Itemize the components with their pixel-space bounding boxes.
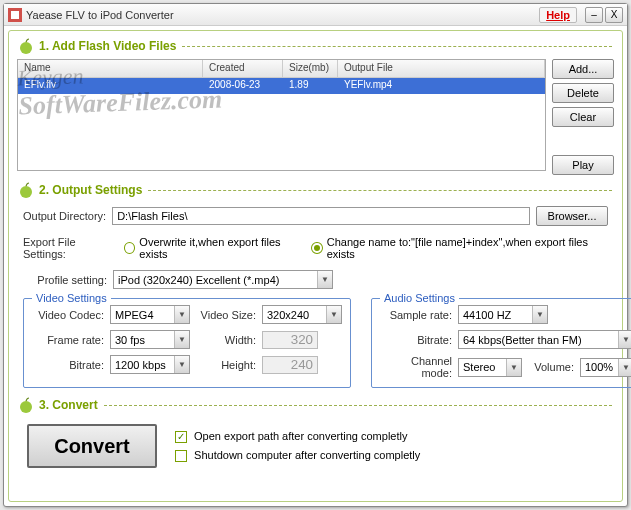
open-path-label: Open export path after converting comple… <box>194 430 407 442</box>
video-size-select[interactable]: 320x240▼ <box>262 305 342 324</box>
cell-output: YEFlv.mp4 <box>338 78 545 94</box>
svg-point-4 <box>20 401 32 413</box>
cell-name: EFlv.flv <box>18 78 203 94</box>
av-settings-row: Video Settings Video Codec: MPEG4▼ Video… <box>17 296 614 390</box>
open-path-option: Open export path after converting comple… <box>175 430 420 443</box>
play-button[interactable]: Play <box>552 155 614 175</box>
app-icon <box>8 8 22 22</box>
overwrite-radio[interactable] <box>124 242 136 254</box>
svg-point-3 <box>20 186 32 198</box>
browser-button[interactable]: Browser... <box>536 206 608 226</box>
main-panel: 1. Add Flash Video Files Name Created Si… <box>8 30 623 502</box>
chevron-down-icon: ▼ <box>506 359 521 376</box>
video-bitrate-label: Bitrate: <box>32 359 104 371</box>
section-3-title: 3. Convert <box>39 398 98 412</box>
sample-rate-label: Sample rate: <box>380 309 452 321</box>
apple-icon <box>17 181 35 199</box>
cell-created: 2008-06-23 <box>203 78 283 94</box>
video-size-label: Video Size: <box>196 309 256 321</box>
profile-value: iPod (320x240) Excellent (*.mp4) <box>118 274 279 286</box>
width-label: Width: <box>196 334 256 346</box>
export-settings-row: Export File Settings: Overwrite it,when … <box>23 236 608 260</box>
clear-button[interactable]: Clear <box>552 107 614 127</box>
section-2-header: 2. Output Settings <box>17 181 614 199</box>
close-button[interactable]: X <box>605 7 623 23</box>
window-title: Yaease FLV to iPod Converter <box>26 9 539 21</box>
volume-select[interactable]: 100%▼ <box>580 358 631 377</box>
delete-button[interactable]: Delete <box>552 83 614 103</box>
shutdown-checkbox[interactable] <box>175 450 187 462</box>
add-button[interactable]: Add... <box>552 59 614 79</box>
overwrite-label: Overwrite it,when export files exists <box>139 236 305 260</box>
convert-area: Convert Open export path after convertin… <box>17 418 614 470</box>
video-bitrate-select[interactable]: 1200 kbps▼ <box>110 355 190 374</box>
overwrite-radio-group: Overwrite it,when export files exists <box>124 236 305 260</box>
convert-button[interactable]: Convert <box>27 424 157 468</box>
changename-radio[interactable] <box>311 242 323 254</box>
shutdown-label: Shutdown computer after converting compl… <box>194 449 420 461</box>
output-dir-row: Output Directory: Browser... <box>23 206 608 226</box>
audio-settings-fieldset: Audio Settings Sample rate: 44100 HZ▼ Bi… <box>371 298 631 388</box>
apple-icon <box>17 396 35 414</box>
help-button[interactable]: Help <box>539 7 577 23</box>
chevron-down-icon: ▼ <box>618 359 631 376</box>
app-window: Yaease FLV to iPod Converter Help – X 1.… <box>3 3 628 507</box>
video-codec-label: Video Codec: <box>32 309 104 321</box>
output-dir-label: Output Directory: <box>23 210 106 222</box>
section-1-header: 1. Add Flash Video Files <box>17 37 614 55</box>
chevron-down-icon: ▼ <box>317 271 332 288</box>
audio-bitrate-select[interactable]: 64 kbps(Better than FM)▼ <box>458 330 631 349</box>
video-legend: Video Settings <box>32 292 111 304</box>
file-list-header: Name Created Size(mb) Output File <box>18 60 545 78</box>
profile-label: Profile setting: <box>23 274 107 286</box>
height-input[interactable] <box>262 356 318 374</box>
channel-mode-label: Channel mode: <box>380 355 452 379</box>
video-codec-select[interactable]: MPEG4▼ <box>110 305 190 324</box>
changename-radio-group: Change name to:"[file name]+index",when … <box>311 236 608 260</box>
chevron-down-icon: ▼ <box>326 306 341 323</box>
col-name[interactable]: Name <box>18 60 203 77</box>
chevron-down-icon: ▼ <box>174 306 189 323</box>
chevron-down-icon: ▼ <box>618 331 631 348</box>
height-label: Height: <box>196 359 256 371</box>
svg-rect-1 <box>11 11 19 19</box>
profile-row: Profile setting: iPod (320x240) Excellen… <box>23 270 608 289</box>
sample-rate-select[interactable]: 44100 HZ▼ <box>458 305 548 324</box>
apple-icon <box>17 37 35 55</box>
filelist-area: Name Created Size(mb) Output File EFlv.f… <box>17 59 614 175</box>
audio-bitrate-label: Bitrate: <box>380 334 452 346</box>
convert-options: Open export path after converting comple… <box>175 430 420 462</box>
profile-select[interactable]: iPod (320x240) Excellent (*.mp4) ▼ <box>113 270 333 289</box>
chevron-down-icon: ▼ <box>532 306 547 323</box>
channel-mode-select[interactable]: Stereo▼ <box>458 358 522 377</box>
col-size[interactable]: Size(mb) <box>283 60 338 77</box>
chevron-down-icon: ▼ <box>174 331 189 348</box>
frame-rate-select[interactable]: 30 fps▼ <box>110 330 190 349</box>
section-2-title: 2. Output Settings <box>39 183 142 197</box>
svg-point-2 <box>20 42 32 54</box>
open-path-checkbox[interactable] <box>175 431 187 443</box>
audio-legend: Audio Settings <box>380 292 459 304</box>
section-3-header: 3. Convert <box>17 396 614 414</box>
changename-label: Change name to:"[file name]+index",when … <box>327 236 608 260</box>
cell-size: 1.89 <box>283 78 338 94</box>
chevron-down-icon: ▼ <box>174 356 189 373</box>
table-row[interactable]: EFlv.flv 2008-06-23 1.89 YEFlv.mp4 <box>18 78 545 94</box>
section-1-title: 1. Add Flash Video Files <box>39 39 176 53</box>
file-list[interactable]: Name Created Size(mb) Output File EFlv.f… <box>17 59 546 171</box>
file-buttons: Add... Delete Clear Play <box>552 59 614 175</box>
shutdown-option: Shutdown computer after converting compl… <box>175 449 420 462</box>
frame-rate-label: Frame rate: <box>32 334 104 346</box>
width-input[interactable] <box>262 331 318 349</box>
col-output[interactable]: Output File <box>338 60 545 77</box>
output-dir-input[interactable] <box>112 207 530 225</box>
minimize-button[interactable]: – <box>585 7 603 23</box>
volume-label: Volume: <box>528 361 574 373</box>
video-settings-fieldset: Video Settings Video Codec: MPEG4▼ Video… <box>23 298 351 388</box>
titlebar: Yaease FLV to iPod Converter Help – X <box>4 4 627 26</box>
col-created[interactable]: Created <box>203 60 283 77</box>
export-label: Export File Settings: <box>23 236 118 260</box>
